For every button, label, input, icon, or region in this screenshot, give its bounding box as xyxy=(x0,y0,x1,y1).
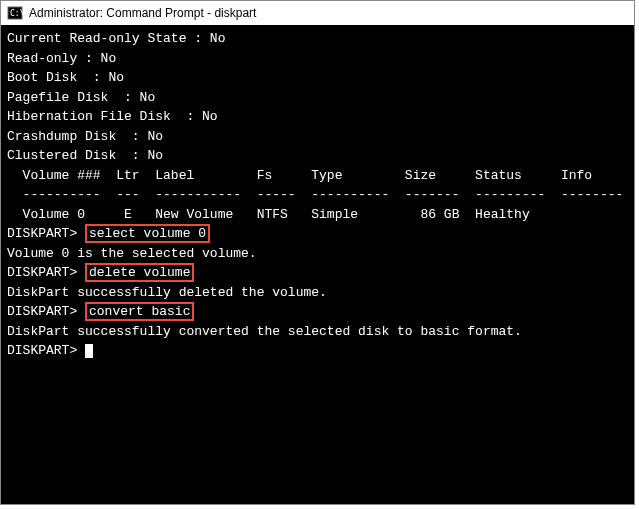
diskpart-prompt: DISKPART> xyxy=(7,226,85,241)
state-line: Pagefile Disk : No xyxy=(7,88,628,108)
state-line: Clustered Disk : No xyxy=(7,146,628,166)
highlighted-command: convert basic xyxy=(85,302,194,321)
state-line: Read-only : No xyxy=(7,49,628,69)
diskpart-prompt: DISKPART> xyxy=(7,265,85,280)
terminal-output[interactable]: Current Read-only State : NoRead-only : … xyxy=(1,25,634,504)
command-response: DiskPart successfully deleted the volume… xyxy=(7,283,628,303)
volume-table-row: Volume 0 E New Volume NTFS Simple 86 GB … xyxy=(7,205,628,225)
highlighted-command: select volume 0 xyxy=(85,224,210,243)
state-line: Boot Disk : No xyxy=(7,68,628,88)
state-line: Crashdump Disk : No xyxy=(7,127,628,147)
svg-text:C:\: C:\ xyxy=(10,9,23,18)
command-response: DiskPart successfully converted the sele… xyxy=(7,322,628,342)
diskpart-prompt: DISKPART> xyxy=(7,343,85,358)
window-title: Administrator: Command Prompt - diskpart xyxy=(29,6,256,20)
cursor xyxy=(85,344,93,358)
command-prompt-window: C:\ Administrator: Command Prompt - disk… xyxy=(0,0,635,505)
command-response: Volume 0 is the selected volume. xyxy=(7,244,628,264)
state-line: Hibernation File Disk : No xyxy=(7,107,628,127)
command-line: DISKPART> convert basic xyxy=(7,302,628,322)
command-line: DISKPART> delete volume xyxy=(7,263,628,283)
diskpart-prompt: DISKPART> xyxy=(7,304,85,319)
active-prompt-line: DISKPART> xyxy=(7,341,628,361)
state-line: Current Read-only State : No xyxy=(7,29,628,49)
highlighted-command: delete volume xyxy=(85,263,194,282)
cmd-icon: C:\ xyxy=(7,5,23,21)
volume-table-divider: ---------- --- ----------- ----- -------… xyxy=(7,185,628,205)
volume-table-header: Volume ### Ltr Label Fs Type Size Status… xyxy=(7,166,628,186)
command-line: DISKPART> select volume 0 xyxy=(7,224,628,244)
titlebar[interactable]: C:\ Administrator: Command Prompt - disk… xyxy=(1,1,634,25)
